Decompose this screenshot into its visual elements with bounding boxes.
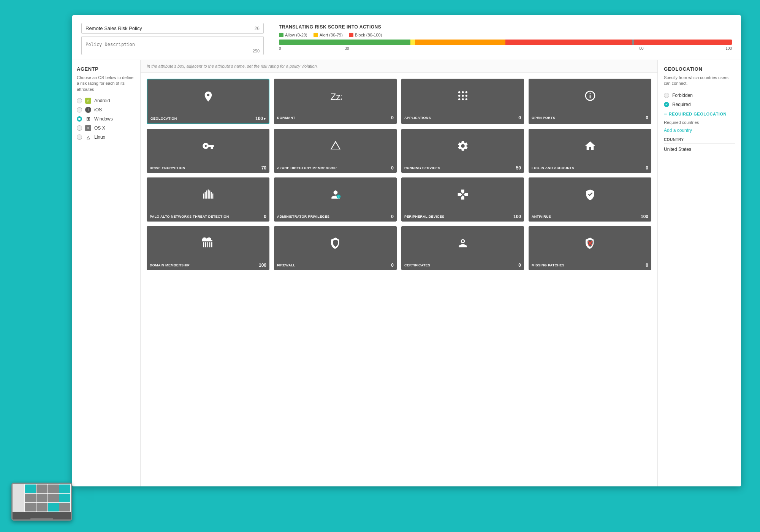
- tile-value-container-login-accounts: 0: [646, 165, 648, 171]
- tile-icon-area-antivirus: [529, 177, 651, 212]
- tile-value-applications: 0: [518, 115, 521, 120]
- policy-desc-row: 250: [81, 36, 264, 55]
- sidebar-item-ios[interactable]: iiOS: [77, 107, 136, 113]
- tile-icon-area-domain-membership: [147, 226, 269, 260]
- tile-label-applications: APPLICATIONS: [404, 116, 431, 120]
- tile-bottom-drive-encryption: DRIVE ENCRYPTION70: [147, 163, 269, 173]
- tile-missing-patches[interactable]: MISSING PATCHES0: [529, 226, 651, 270]
- tile-peripheral[interactable]: PERIPHERAL DEVICES100: [401, 177, 524, 222]
- tile-value-domain-membership: 100: [259, 263, 266, 268]
- tile-label-antivirus: ANTIVIRUS: [532, 215, 551, 219]
- tile-icon-area-palo-alto: [147, 177, 269, 212]
- tile-value-container-admin-priv: 0: [391, 214, 394, 219]
- tile-applications[interactable]: APPLICATIONS0: [401, 79, 524, 124]
- tile-icon-area-login-accounts: [529, 129, 651, 163]
- tile-certificates[interactable]: CERTIFICATES0: [401, 226, 524, 270]
- legend-allow: Allow (0-29): [279, 33, 307, 37]
- tile-azure-directory[interactable]: AZURE DIRECTORY MEMBERSHIP0: [274, 129, 397, 173]
- geolocation-title: GEOLOCATION: [664, 66, 735, 72]
- tile-bottom-antivirus: ANTIVIRUS100: [529, 212, 651, 222]
- risk-score-section: TRANSLATING RISK SCORE INTO ACTIONS Allo…: [279, 23, 732, 55]
- tile-drive-encryption[interactable]: DRIVE ENCRYPTION70: [147, 129, 269, 173]
- tile-antivirus[interactable]: ANTIVIRUS100: [529, 177, 651, 222]
- tile-value-certificates: 0: [518, 263, 521, 268]
- tile-firewall[interactable]: FIREWALL0: [274, 226, 397, 270]
- mini-tile-7: [48, 494, 59, 502]
- tile-icon-area-open-ports: [529, 79, 651, 113]
- tile-bottom-admin-priv: ADMINISTRATOR PRIVILEGES0: [274, 212, 397, 222]
- os-list: AAndroidiiOS⊞WindowsXOS X△Linux: [77, 98, 136, 140]
- tile-value-container-missing-patches: 0: [646, 263, 648, 268]
- tile-value-admin-priv: 0: [391, 214, 394, 219]
- policy-name-input[interactable]: [86, 25, 252, 31]
- sidebar-item-windows[interactable]: ⊞Windows: [77, 116, 136, 122]
- sidebar-item-linux[interactable]: △Linux: [77, 134, 136, 140]
- tile-value-firewall: 0: [391, 263, 394, 268]
- svg-point-9: [465, 98, 467, 100]
- os-icon-windows: ⊞: [85, 116, 91, 122]
- policy-name-count: 26: [255, 26, 260, 31]
- risk-bar-labels: 0 30 80 100: [279, 46, 732, 51]
- os-icon-ios: i: [85, 107, 91, 113]
- tile-label-dormant: DORMANT: [277, 116, 295, 120]
- tile-login-accounts[interactable]: LOG-IN AND ACCOUNTS0: [529, 129, 651, 173]
- country-list: United States: [664, 145, 735, 154]
- tile-value-container-drive-encryption: 70: [261, 165, 266, 171]
- tile-value-dormant: 0: [391, 115, 394, 120]
- svg-rect-15: [211, 192, 212, 198]
- country-value: United States: [664, 145, 735, 154]
- mini-main: [24, 484, 71, 512]
- geo-option-forbidden[interactable]: Forbidden: [664, 93, 735, 98]
- tile-icon-area-running-services: [401, 129, 524, 163]
- tile-label-open-ports: OPEN PORTS: [532, 116, 555, 120]
- tile-value-container-certificates: 0: [518, 263, 521, 268]
- alert-label: Alert (30-79): [320, 33, 343, 37]
- tile-bottom-peripheral: PERIPHERAL DEVICES100: [401, 212, 524, 222]
- svg-rect-13: [207, 190, 209, 199]
- tile-icon-area-firewall: [274, 226, 397, 260]
- geo-option-required[interactable]: Required: [664, 102, 735, 107]
- tile-value-container-domain-membership: 100: [259, 263, 266, 268]
- header-area: 26 250 TRANSLATING RISK SCORE INTO ACTIO…: [72, 15, 741, 60]
- tile-bottom-login-accounts: LOG-IN AND ACCOUNTS0: [529, 163, 651, 173]
- bar-label-30: 30: [345, 46, 349, 51]
- svg-point-1: [458, 91, 460, 93]
- tile-dormant[interactable]: ZzzDORMANT0: [274, 79, 397, 124]
- tile-value-geolocation[interactable]: 100: [255, 116, 263, 121]
- tile-geolocation[interactable]: GEOLOCATION100 ▾: [147, 79, 269, 124]
- tile-value-palo-alto: 0: [264, 214, 266, 219]
- svg-point-8: [462, 98, 464, 100]
- tile-bottom-dormant: DORMANT0: [274, 113, 397, 123]
- mini-tile-10: [36, 503, 48, 511]
- right-panel: GEOLOCATION Specify from which countries…: [657, 60, 741, 486]
- tile-bottom-certificates: CERTIFICATES0: [401, 260, 524, 270]
- tile-dropdown-geolocation[interactable]: ▾: [264, 117, 266, 121]
- tile-value-container-geolocation: 100 ▾: [255, 116, 266, 121]
- tile-admin-priv[interactable]: +ADMINISTRATOR PRIVILEGES0: [274, 177, 397, 222]
- tile-bottom-geolocation: GEOLOCATION100 ▾: [147, 114, 269, 124]
- tile-palo-alto[interactable]: PALO ALTO NETWORKS THREAT DETECTION0: [147, 177, 269, 222]
- tile-value-antivirus: 100: [641, 214, 648, 219]
- instruction-bar: In the attribute's box, adjacent to the …: [141, 60, 657, 73]
- tile-value-azure-directory: 0: [391, 165, 394, 171]
- add-country-link[interactable]: Add a country: [664, 128, 735, 133]
- tile-open-ports[interactable]: OPEN PORTS0: [529, 79, 651, 124]
- sidebar-item-os x[interactable]: XOS X: [77, 125, 136, 131]
- alert-color-dot: [314, 33, 318, 37]
- sidebar-item-android[interactable]: AAndroid: [77, 98, 136, 104]
- tile-running-services[interactable]: RUNNING SERVICES50: [401, 129, 524, 173]
- sidebar-desc: Choose an OS below to define a risk rati…: [77, 75, 136, 92]
- tile-bottom-missing-patches: MISSING PATCHES0: [529, 260, 651, 270]
- policy-description-input[interactable]: [86, 42, 260, 53]
- svg-rect-10: [203, 193, 204, 198]
- tile-domain-membership[interactable]: DOMAIN MEMBERSHIP100: [147, 226, 269, 270]
- sidebar: AGENTP Choose an OS below to define a ri…: [72, 60, 141, 486]
- risk-score-title: TRANSLATING RISK SCORE INTO ACTIONS: [279, 24, 732, 30]
- tile-icon-area-azure-directory: [274, 129, 397, 163]
- bar-label-0: 0: [279, 46, 281, 51]
- mini-tile-8: [59, 494, 70, 502]
- svg-text:+: +: [337, 195, 339, 199]
- tile-label-geolocation: GEOLOCATION: [150, 117, 177, 121]
- main-content: In the attribute's box, adjacent to the …: [141, 60, 657, 486]
- svg-point-4: [458, 95, 460, 97]
